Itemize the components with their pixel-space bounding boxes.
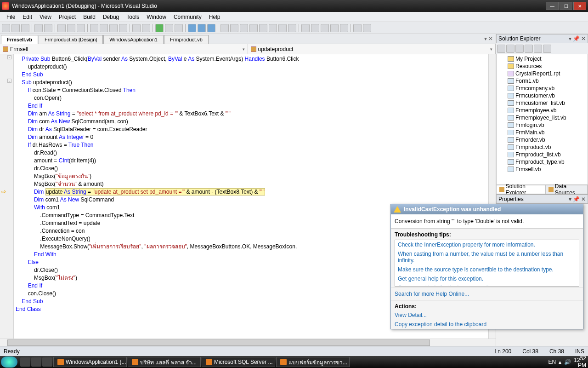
tree-item[interactable]: Resources (498, 63, 587, 70)
collapse-icon[interactable]: - (7, 79, 11, 83)
tip-link[interactable]: Get general help for the inner exception… (395, 283, 579, 287)
paste-button[interactable] (77, 24, 85, 32)
tab-frmproduct-design[interactable]: Frmproduct.vb [Design] (39, 35, 103, 44)
tip-link[interactable]: Get general help for this exception. (395, 274, 579, 283)
redo-button[interactable] (142, 24, 150, 32)
copy-button[interactable] (67, 24, 75, 32)
close-panel-icon[interactable]: ✕ (581, 35, 586, 42)
horizontal-scrollbar[interactable] (0, 339, 496, 346)
collapse-icon[interactable]: - (7, 55, 11, 59)
saveall-button[interactable] (44, 24, 52, 32)
tree-item[interactable]: Frmsell.vb (498, 166, 587, 173)
menu-help[interactable]: Help (205, 13, 224, 21)
tool-button[interactable] (311, 24, 319, 32)
close-tab-icon[interactable]: ▾ ✕ (484, 35, 493, 42)
cut-button[interactable] (57, 24, 66, 32)
solution-explorer-tab[interactable]: Solution Explorer (497, 185, 546, 194)
tool-button[interactable] (301, 24, 310, 32)
tool-button[interactable] (269, 24, 277, 32)
indent-button[interactable] (109, 24, 118, 32)
pinned-explorer-icon[interactable] (31, 357, 41, 367)
pin-icon[interactable]: 📌 (573, 196, 580, 202)
tree-item[interactable]: Frmemployee.vb (498, 107, 587, 114)
tool-button[interactable] (278, 24, 287, 32)
stepout-button[interactable] (207, 24, 215, 32)
tree-item[interactable]: Frmproduct.vb (498, 144, 587, 151)
tree-item[interactable]: Frmlogin.vb (498, 121, 587, 129)
clock[interactable]: 1252PM (574, 356, 586, 368)
tree-item[interactable]: Frmproduct_type.vb (498, 158, 587, 166)
showall-button[interactable] (506, 45, 514, 53)
tree-item[interactable]: FrmMain.vb (498, 129, 587, 136)
tool-button[interactable] (340, 24, 348, 32)
dropdown-icon[interactable]: ▾ (569, 35, 571, 42)
menu-file[interactable]: File (3, 13, 19, 21)
search-help-link[interactable]: Search for more Help Online... (391, 288, 583, 300)
uncomment-button[interactable] (100, 24, 108, 32)
task-chrome[interactable]: บริษัท แอลดี พลาส จำ... (128, 357, 201, 367)
task-form[interactable]: แบบฟอร์มข้อมูลการขา... (276, 357, 350, 367)
tool-button[interactable] (330, 24, 339, 32)
dropdown-icon[interactable]: ▾ (569, 196, 571, 202)
tray-icon[interactable]: ▴ (559, 359, 561, 365)
solution-tree[interactable]: My ProjectResourcesCrystalReport1.rptFor… (496, 54, 588, 185)
scroll-thumb[interactable] (7, 339, 430, 346)
copy-detail-link[interactable]: Copy exception detail to the clipboard (391, 320, 583, 329)
method-combo[interactable]: updateproduct▾ (248, 44, 496, 54)
menu-edit[interactable]: Edit (19, 13, 36, 21)
task-sql[interactable]: Microsoft SQL Server ... (202, 357, 275, 367)
pin-icon[interactable]: 📌 (573, 35, 580, 42)
refresh-button[interactable] (515, 45, 524, 53)
comment-button[interactable] (90, 24, 98, 32)
tip-link[interactable]: Make sure the source type is convertible… (395, 265, 579, 274)
view-detail-link[interactable]: View Detail... (391, 310, 583, 320)
undo-button[interactable] (132, 24, 141, 32)
tip-link[interactable]: Check the InnerException property for mo… (395, 240, 579, 249)
tab-frmproduct[interactable]: Frmproduct.vb (164, 35, 209, 44)
pinned-ie-icon[interactable] (20, 357, 30, 367)
maximize-button[interactable]: ☐ (560, 2, 572, 10)
tree-item[interactable]: Frmcustomer.vb (498, 92, 587, 99)
tray-icon[interactable]: 🔊 (564, 359, 571, 365)
tab-frmsell[interactable]: Frmsell.vb (1, 35, 38, 44)
tab-windowsapplication1[interactable]: WindowsApplication1 (103, 35, 164, 44)
pause-button[interactable] (165, 24, 173, 32)
tool-button[interactable] (259, 24, 267, 32)
close-button[interactable]: ✕ (573, 2, 586, 10)
tool-button[interactable] (240, 24, 248, 32)
open-button[interactable] (11, 24, 20, 32)
outdent-button[interactable] (119, 24, 127, 32)
pinned-chrome-icon[interactable] (42, 357, 52, 367)
viewclass-button[interactable] (543, 45, 551, 53)
save-button[interactable] (34, 24, 43, 32)
viewcode-button[interactable] (525, 45, 533, 53)
add-button[interactable] (21, 24, 29, 32)
stepover-button[interactable] (198, 24, 206, 32)
tool-button[interactable] (363, 24, 371, 32)
tool-button[interactable] (321, 24, 329, 32)
menu-view[interactable]: View (36, 13, 55, 21)
system-tray[interactable]: EN ▴ 🔊 1252PM (548, 356, 587, 368)
tree-item[interactable]: Frmcompany.vb (498, 85, 587, 92)
tree-item[interactable]: Frmorder.vb (498, 136, 587, 144)
tool-button[interactable] (288, 24, 296, 32)
menu-tools[interactable]: Tools (123, 13, 143, 21)
close-panel-icon[interactable]: ✕ (581, 196, 586, 202)
start-debug-button[interactable] (155, 24, 164, 32)
menu-community[interactable]: Community (170, 13, 205, 21)
lang-indicator[interactable]: EN (548, 359, 556, 365)
tool-button[interactable] (249, 24, 258, 32)
menu-debug[interactable]: Debug (99, 13, 123, 21)
menu-project[interactable]: Project (55, 13, 79, 21)
tool-button[interactable] (353, 24, 362, 32)
tree-item[interactable]: My Project (498, 55, 587, 63)
tree-item[interactable]: Frmemployee_list.vb (498, 114, 587, 121)
properties-button[interactable] (497, 45, 505, 53)
tree-item[interactable]: Form1.vb (498, 77, 587, 85)
tips-list[interactable]: Check the InnerException property for mo… (395, 240, 579, 287)
tree-item[interactable]: Frmcustomer_list.vb (498, 99, 587, 107)
tree-item[interactable]: Frmproduct_list.vb (498, 151, 587, 158)
start-button[interactable] (1, 356, 17, 368)
data-sources-tab[interactable]: Data Sources (546, 185, 588, 194)
class-combo[interactable]: Frmsell▾ (0, 44, 248, 54)
